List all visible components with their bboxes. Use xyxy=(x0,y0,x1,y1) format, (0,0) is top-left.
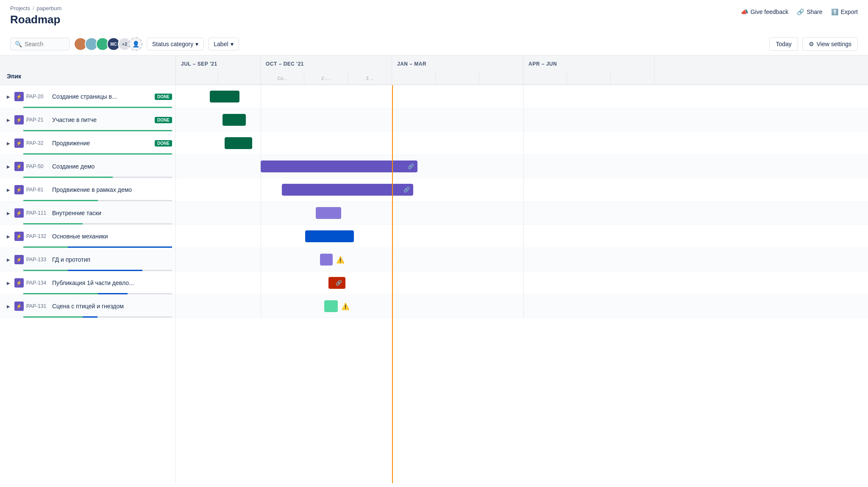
sub-label-empty-4 xyxy=(436,72,479,84)
left-row-PAP-111[interactable]: ▶ ⚡ PAP-111 Внутренние таски xyxy=(0,202,175,225)
left-row-PAP-134[interactable]: ▶ ⚡ PAP-134 Публикация 1й части девло... xyxy=(0,271,175,295)
month-col-2: OCT – DEC '21 xyxy=(261,55,392,72)
gantt-bar-PAP-111[interactable] xyxy=(316,207,341,219)
row-id-PAP-132: PAP-132 xyxy=(26,233,50,239)
breadcrumb-sep: / xyxy=(33,5,34,11)
col-sep xyxy=(523,271,524,294)
row-icon-PAP-133: ⚡ xyxy=(14,255,24,264)
col-sep xyxy=(261,108,261,131)
right-row-PAP-131: ⚠️ xyxy=(176,295,868,318)
share-icon: 🔗 xyxy=(797,8,804,15)
sub-label-empty-7 xyxy=(567,72,611,84)
row-id-PAP-134: PAP-134 xyxy=(26,280,50,286)
right-row-PAP-21 xyxy=(176,108,868,132)
row-expand-PAP-81[interactable]: ▶ xyxy=(5,186,12,193)
search-box[interactable]: 🔍 xyxy=(10,38,70,50)
search-input[interactable] xyxy=(25,41,63,47)
sub-label-sp: Сп... xyxy=(261,72,304,84)
row-expand-PAP-132[interactable]: ▶ xyxy=(5,233,12,240)
month-col-4: APR – JUN xyxy=(523,55,655,72)
left-row-PAP-21[interactable]: ▶ ⚡ PAP-21 Участие в питче DONE xyxy=(0,108,175,132)
row-expand-PAP-21[interactable]: ▶ xyxy=(5,116,12,123)
row-badge-PAP-20: DONE xyxy=(155,94,172,100)
row-expand-PAP-111[interactable]: ▶ xyxy=(5,210,12,216)
epic-column-header: Эпик xyxy=(0,55,175,85)
left-row-PAP-20[interactable]: ▶ ⚡ PAP-20 Создание страницы в... DONE xyxy=(0,85,175,108)
col-sep xyxy=(523,178,524,201)
gantt-bar-PAP-81[interactable]: 🔗 xyxy=(282,184,413,196)
left-row-PAP-81[interactable]: ▶ ⚡ PAP-81 Продвижение в рамках демо xyxy=(0,178,175,202)
gantt-bar-PAP-32[interactable] xyxy=(225,137,252,149)
col-sep xyxy=(261,178,261,201)
gantt-bar-PAP-20[interactable] xyxy=(210,91,239,102)
row-id-PAP-21: PAP-21 xyxy=(26,117,50,123)
label-filter[interactable]: Label ▾ xyxy=(208,38,239,50)
row-name-PAP-131: Сцена с птицей и гнездом xyxy=(52,303,172,310)
gantt-bar-PAP-131[interactable] xyxy=(324,300,338,312)
col-sep xyxy=(261,248,261,271)
col-sep xyxy=(523,248,524,271)
row-expand-PAP-134[interactable]: ▶ xyxy=(5,279,12,286)
gantt-right-rows-container: 🔗🔗⚠️🔗⚠️ xyxy=(176,85,868,483)
feedback-button[interactable]: 📣 Give feedback xyxy=(741,8,789,15)
progress-bar-PAP-50 xyxy=(23,177,172,178)
row-expand-PAP-50[interactable]: ▶ xyxy=(5,163,12,170)
col-sep xyxy=(261,225,261,248)
export-button[interactable]: ⬆️ Export xyxy=(831,8,858,15)
gantt-right-rows: 🔗🔗⚠️🔗⚠️ xyxy=(176,85,868,318)
add-person-icon: 👤 xyxy=(132,41,139,47)
row-name-PAP-134: Публикация 1й части девло... xyxy=(52,279,172,286)
right-row-PAP-20 xyxy=(176,85,868,108)
row-id-PAP-131: PAP-131 xyxy=(26,303,50,309)
left-row-PAP-133[interactable]: ▶ ⚡ PAP-133 ГД и прототип xyxy=(0,248,175,271)
left-row-PAP-131[interactable]: ▶ ⚡ PAP-131 Сцена с птицей и гнездом xyxy=(0,295,175,318)
row-id-PAP-32: PAP-32 xyxy=(26,140,50,146)
col-sep xyxy=(261,132,261,155)
row-name-PAP-132: Основные механики xyxy=(52,233,172,240)
row-expand-PAP-131[interactable]: ▶ xyxy=(5,303,12,310)
row-expand-PAP-133[interactable]: ▶ xyxy=(5,256,12,263)
row-icon-PAP-32: ⚡ xyxy=(14,138,24,148)
row-badge-PAP-32: DONE xyxy=(155,140,172,147)
share-button[interactable]: 🔗 Share xyxy=(797,8,822,15)
left-row-PAP-132[interactable]: ▶ ⚡ PAP-132 Основные механики xyxy=(0,225,175,248)
month-col-3: JAN – MAR xyxy=(392,55,523,72)
row-icon-PAP-132: ⚡ xyxy=(14,232,24,241)
sub-label-empty-1 xyxy=(176,72,218,84)
gantt-bar-PAP-134[interactable]: 🔗 xyxy=(328,277,345,289)
row-id-PAP-111: PAP-111 xyxy=(26,210,50,216)
row-icon-PAP-20: ⚡ xyxy=(14,92,24,101)
view-settings-button[interactable]: ⚙ View settings xyxy=(802,37,858,51)
breadcrumb-current[interactable]: paperbum xyxy=(37,5,62,11)
row-expand-PAP-20[interactable]: ▶ xyxy=(5,93,12,100)
search-icon: 🔍 xyxy=(15,41,22,47)
right-row-PAP-134: 🔗 xyxy=(176,271,868,295)
row-name-PAP-50: Создание демо xyxy=(52,163,172,170)
gantt-bar-PAP-133[interactable] xyxy=(320,254,333,266)
row-expand-PAP-32[interactable]: ▶ xyxy=(5,140,12,147)
col-sep xyxy=(523,225,524,248)
gantt-bar-PAP-21[interactable] xyxy=(223,114,246,126)
gantt-bar-PAP-50[interactable]: 🔗 xyxy=(261,160,417,172)
gantt-right-panel: JUL – SEP '21 OCT – DEC '21 JAN – MAR AP… xyxy=(176,55,868,483)
timeline-sub-labels: Сп... 2 -... 3 ... xyxy=(176,72,868,85)
row-id-PAP-50: PAP-50 xyxy=(26,163,50,169)
warning-icon-PAP-133: ⚠️ xyxy=(336,256,345,264)
row-id-PAP-20: PAP-20 xyxy=(26,94,50,100)
col-sep xyxy=(261,271,261,294)
left-row-PAP-50[interactable]: ▶ ⚡ PAP-50 Создание демо xyxy=(0,155,175,178)
timeline-months: JUL – SEP '21 OCT – DEC '21 JAN – MAR AP… xyxy=(176,55,868,72)
sub-label-empty-3 xyxy=(392,72,436,84)
today-button[interactable]: Today xyxy=(769,37,798,51)
status-category-filter[interactable]: Status category ▾ xyxy=(147,38,204,50)
gantt-bar-PAP-132[interactable] xyxy=(305,230,354,242)
row-name-PAP-111: Внутренние таски xyxy=(52,210,172,216)
gantt-left-rows: ▶ ⚡ PAP-20 Создание страницы в... DONE ▶… xyxy=(0,85,175,483)
col-sep xyxy=(523,85,524,108)
progress-bar-PAP-134 xyxy=(23,293,172,294)
avatar-add[interactable]: 👤 xyxy=(129,37,142,51)
row-name-PAP-32: Продвижение xyxy=(52,140,152,147)
breadcrumb-projects[interactable]: Projects xyxy=(10,5,30,11)
left-row-PAP-32[interactable]: ▶ ⚡ PAP-32 Продвижение DONE xyxy=(0,132,175,155)
col-sep xyxy=(523,132,524,155)
